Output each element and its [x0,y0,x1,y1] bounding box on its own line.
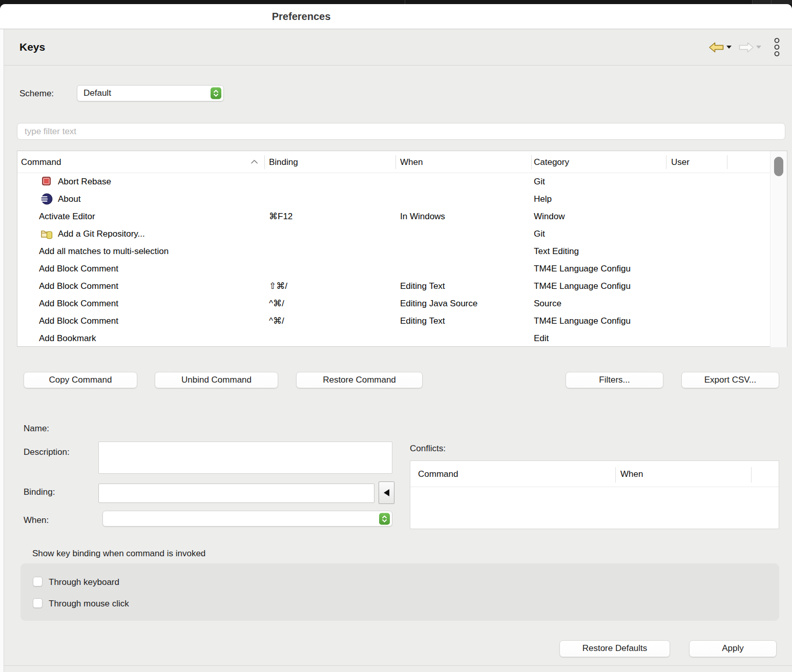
through-mouse-checkbox[interactable] [33,598,43,608]
table-scrollbar[interactable] [770,151,787,347]
table-row[interactable]: Add Bookmark Edit [17,330,787,347]
through-keyboard-checkbox[interactable] [33,577,43,586]
description-label: Description: [24,447,70,457]
when-select[interactable] [102,511,392,527]
sort-ascending-icon [251,159,258,164]
binding-label: Binding: [24,487,55,497]
left-triangle-icon [384,489,389,496]
table-row[interactable]: Add all matches to multi-selection Text … [17,243,787,260]
table-header: Command Binding When Category User [17,151,787,173]
filter-input[interactable] [17,123,785,140]
history-toolbar [707,29,781,65]
description-field[interactable] [98,442,392,474]
column-header-when[interactable]: When [400,151,423,173]
page-header: Keys [4,29,792,66]
show-binding-heading: Show key binding when command is invoked [32,549,205,559]
page-title: Keys [19,29,45,65]
apply-button[interactable]: Apply [689,640,777,657]
forward-arrow-icon [738,41,754,53]
table-row[interactable]: Add Block Comment ⇧⌘/ Editing Text TM4E … [17,278,787,295]
conflicts-column-when[interactable]: When [620,461,643,487]
back-button[interactable] [707,40,733,54]
eclipse-logo-icon [41,193,53,204]
restore-defaults-button[interactable]: Restore Defaults [559,640,670,657]
show-binding-group: Through keyboard Through mouse click [20,563,779,621]
unbind-command-button[interactable]: Unbind Command [155,372,278,388]
back-history-dropdown-icon[interactable] [726,46,732,49]
forward-history-dropdown-icon [756,46,761,49]
export-csv-button[interactable]: Export CSV... [681,372,779,388]
binding-field[interactable] [98,484,374,503]
name-label: Name: [24,424,49,434]
select-stepper-icon [379,513,390,524]
filters-button[interactable]: Filters... [566,372,663,388]
preferences-dialog: Preferences Keys [0,4,792,672]
nav-tree-edge [0,29,4,672]
background-strip [771,0,772,4]
column-header-category[interactable]: Category [534,151,569,173]
forward-button[interactable] [737,40,762,54]
background-strip [752,0,753,4]
background-strip [405,0,405,4]
table-row[interactable]: Activate Editor ⌘F12 In Windows Window [17,208,787,225]
back-arrow-icon [708,41,724,53]
titlebar[interactable]: Preferences [0,4,792,29]
footer-divider [4,665,792,666]
conflicts-header: Command When [410,461,779,487]
when-label: When: [24,515,49,526]
scrollbar-thumb[interactable] [774,157,783,176]
table-row[interactable]: Abort Rebase Git [17,173,787,191]
scheme-select[interactable]: Default [77,85,224,101]
restore-command-button[interactable]: Restore Command [296,372,423,388]
table-row[interactable]: Add Block Comment ^⌘/ Editing Text TM4E … [17,312,787,330]
through-mouse-label: Through mouse click [49,599,129,609]
copy-command-button[interactable]: Copy Command [24,372,137,388]
column-header-command[interactable]: Command [21,151,61,173]
select-stepper-icon [211,88,221,99]
screen: Preferences Keys [0,0,792,672]
scheme-value: Default [84,86,111,101]
conflicts-column-command[interactable]: Command [418,461,458,487]
column-header-user[interactable]: User [671,151,690,173]
scheme-label: Scheme: [19,89,54,99]
key-bindings-table: Command Binding When Category User Abort… [17,151,787,347]
view-menu-button[interactable] [773,38,781,56]
conflicts-table: Command When [410,460,779,529]
table-row[interactable]: Add Block Comment TM4E Language Configu [17,260,787,278]
abort-rebase-icon [41,176,53,187]
table-row[interactable]: Add Block Comment ^⌘/ Editing Java Sourc… [17,295,787,312]
background-strip [752,0,792,4]
conflicts-label: Conflicts: [410,444,446,454]
table-row[interactable]: Add a Git Repository... Git [17,225,787,243]
window-title: Preferences [0,4,602,29]
table-body: Abort Rebase Git About Help Activate [17,173,787,347]
binding-helper-button[interactable] [379,481,394,504]
git-repository-icon [41,228,53,239]
table-row[interactable]: About Help [17,191,787,208]
column-header-binding[interactable]: Binding [269,151,298,173]
through-keyboard-label: Through keyboard [49,577,119,587]
